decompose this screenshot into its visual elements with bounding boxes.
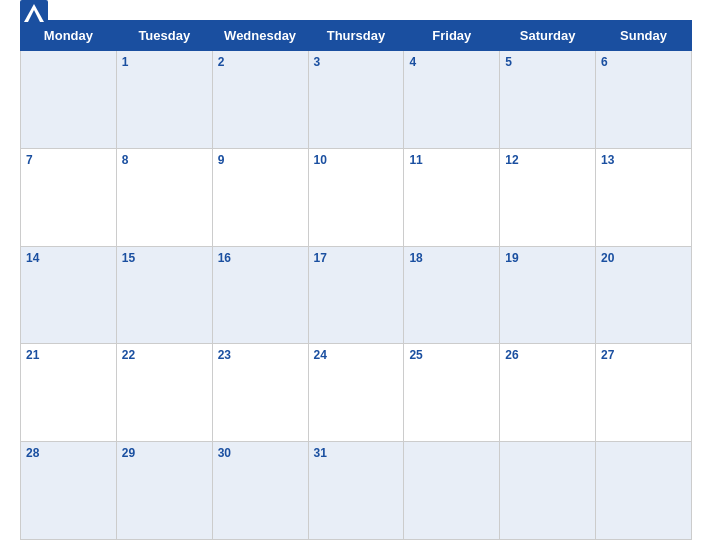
calendar-week-4: 21222324252627 bbox=[21, 344, 692, 442]
weekday-row: MondayTuesdayWednesdayThursdayFridaySatu… bbox=[21, 21, 692, 51]
day-number: 18 bbox=[409, 251, 422, 265]
day-number: 16 bbox=[218, 251, 231, 265]
calendar-cell: 25 bbox=[404, 344, 500, 442]
calendar-cell: 18 bbox=[404, 246, 500, 344]
calendar-cell: 15 bbox=[116, 246, 212, 344]
calendar-week-5: 28293031 bbox=[21, 442, 692, 540]
weekday-header-thursday: Thursday bbox=[308, 21, 404, 51]
calendar-cell: 22 bbox=[116, 344, 212, 442]
day-number: 4 bbox=[409, 55, 416, 69]
calendar-cell: 2 bbox=[212, 51, 308, 149]
day-number: 30 bbox=[218, 446, 231, 460]
weekday-header-friday: Friday bbox=[404, 21, 500, 51]
calendar-cell: 8 bbox=[116, 148, 212, 246]
calendar-cell: 21 bbox=[21, 344, 117, 442]
day-number: 27 bbox=[601, 348, 614, 362]
day-number: 19 bbox=[505, 251, 518, 265]
day-number: 12 bbox=[505, 153, 518, 167]
day-number: 5 bbox=[505, 55, 512, 69]
calendar-cell: 14 bbox=[21, 246, 117, 344]
logo bbox=[20, 0, 50, 28]
calendar-week-1: 123456 bbox=[21, 51, 692, 149]
day-number: 21 bbox=[26, 348, 39, 362]
calendar-cell: 9 bbox=[212, 148, 308, 246]
weekday-header-sunday: Sunday bbox=[596, 21, 692, 51]
day-number: 10 bbox=[314, 153, 327, 167]
calendar-cell: 10 bbox=[308, 148, 404, 246]
day-number: 1 bbox=[122, 55, 129, 69]
day-number: 25 bbox=[409, 348, 422, 362]
day-number: 2 bbox=[218, 55, 225, 69]
calendar-cell: 7 bbox=[21, 148, 117, 246]
day-number: 7 bbox=[26, 153, 33, 167]
day-number: 26 bbox=[505, 348, 518, 362]
calendar-cell: 24 bbox=[308, 344, 404, 442]
weekday-header-saturday: Saturday bbox=[500, 21, 596, 51]
calendar-header-row: MondayTuesdayWednesdayThursdayFridaySatu… bbox=[21, 21, 692, 51]
day-number: 20 bbox=[601, 251, 614, 265]
day-number: 9 bbox=[218, 153, 225, 167]
calendar-cell: 19 bbox=[500, 246, 596, 344]
calendar-cell: 26 bbox=[500, 344, 596, 442]
day-number: 31 bbox=[314, 446, 327, 460]
day-number: 14 bbox=[26, 251, 39, 265]
calendar-cell: 5 bbox=[500, 51, 596, 149]
calendar-cell: 17 bbox=[308, 246, 404, 344]
day-number: 15 bbox=[122, 251, 135, 265]
calendar-cell bbox=[404, 442, 500, 540]
day-number: 24 bbox=[314, 348, 327, 362]
calendar-cell: 13 bbox=[596, 148, 692, 246]
calendar-cell: 23 bbox=[212, 344, 308, 442]
calendar-cell bbox=[500, 442, 596, 540]
calendar-cell: 11 bbox=[404, 148, 500, 246]
calendar-cell: 29 bbox=[116, 442, 212, 540]
calendar-cell: 28 bbox=[21, 442, 117, 540]
calendar-cell: 30 bbox=[212, 442, 308, 540]
calendar-week-3: 14151617181920 bbox=[21, 246, 692, 344]
day-number: 11 bbox=[409, 153, 422, 167]
calendar-cell: 20 bbox=[596, 246, 692, 344]
calendar-table: MondayTuesdayWednesdayThursdayFridaySatu… bbox=[20, 20, 692, 540]
day-number: 28 bbox=[26, 446, 39, 460]
day-number: 17 bbox=[314, 251, 327, 265]
logo-icon bbox=[20, 0, 48, 28]
calendar-week-2: 78910111213 bbox=[21, 148, 692, 246]
day-number: 8 bbox=[122, 153, 129, 167]
day-number: 6 bbox=[601, 55, 608, 69]
calendar-cell: 4 bbox=[404, 51, 500, 149]
weekday-header-wednesday: Wednesday bbox=[212, 21, 308, 51]
calendar-cell bbox=[21, 51, 117, 149]
calendar-cell: 16 bbox=[212, 246, 308, 344]
calendar-cell: 1 bbox=[116, 51, 212, 149]
calendar-cell: 6 bbox=[596, 51, 692, 149]
calendar-cell bbox=[596, 442, 692, 540]
calendar-cell: 3 bbox=[308, 51, 404, 149]
day-number: 13 bbox=[601, 153, 614, 167]
day-number: 3 bbox=[314, 55, 321, 69]
day-number: 22 bbox=[122, 348, 135, 362]
day-number: 29 bbox=[122, 446, 135, 460]
calendar-cell: 12 bbox=[500, 148, 596, 246]
calendar-body: 1234567891011121314151617181920212223242… bbox=[21, 51, 692, 540]
weekday-header-tuesday: Tuesday bbox=[116, 21, 212, 51]
calendar-cell: 27 bbox=[596, 344, 692, 442]
day-number: 23 bbox=[218, 348, 231, 362]
calendar-cell: 31 bbox=[308, 442, 404, 540]
